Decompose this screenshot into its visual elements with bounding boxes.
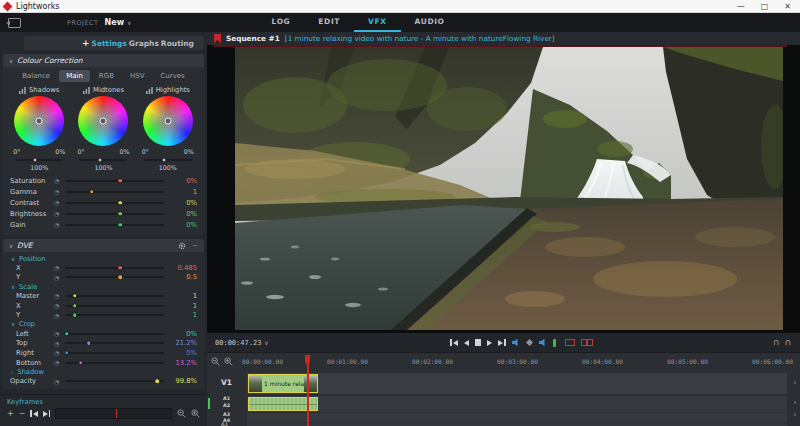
stop-button[interactable] (475, 339, 482, 346)
slider-knob[interactable] (86, 341, 92, 347)
wheel-angle[interactable]: 0° (13, 148, 20, 155)
keyframe-clock-icon[interactable]: ◔ (54, 264, 65, 271)
sequence-clip-title[interactable]: [1 minute relaxing video with nature - A… (285, 34, 555, 43)
shadows-luma-slider[interactable] (15, 159, 63, 161)
slider-knob[interactable] (89, 189, 95, 195)
cc-tab-hsv[interactable]: HSV (123, 70, 152, 82)
zoom-out-icon[interactable] (177, 409, 186, 418)
param-value[interactable]: 0.485 (170, 264, 197, 272)
tab-audio[interactable]: AUDIO (401, 13, 459, 32)
keyframe-clock-icon[interactable]: ◔ (54, 274, 65, 281)
slider-knob[interactable] (118, 275, 124, 281)
slider-knob[interactable] (97, 158, 102, 163)
scale-y-slider[interactable] (65, 314, 164, 316)
slider-knob[interactable] (118, 200, 124, 206)
wheel-strength[interactable]: 0% (119, 148, 129, 155)
headphones-icon[interactable]: ∩ (784, 338, 791, 347)
wheel-center-handle[interactable] (164, 118, 171, 125)
contrast-slider[interactable] (65, 202, 164, 204)
slider-knob[interactable] (118, 222, 124, 228)
settings-gear-icon[interactable] (178, 242, 186, 250)
param-value[interactable]: 0% (170, 221, 197, 229)
bookmark-icon[interactable] (214, 34, 221, 44)
go-to-start-button[interactable] (450, 339, 458, 346)
crop-left-slider[interactable] (65, 333, 164, 335)
crop-top-slider[interactable] (65, 342, 164, 344)
crop-right-slider[interactable] (65, 352, 164, 354)
wheel-center-handle[interactable] (36, 118, 43, 125)
prev-keyframe-button[interactable] (30, 410, 38, 417)
tab-edit[interactable]: EDIT (304, 13, 354, 32)
scale-group-header[interactable]: ∨ Scale (10, 282, 197, 291)
keyframe-clock-icon[interactable]: ◔ (54, 302, 65, 309)
param-value[interactable]: 99.8% (170, 377, 197, 385)
param-value[interactable]: 0% (170, 349, 197, 357)
timeline-zoom-in-icon[interactable] (224, 357, 233, 366)
shadow-group-header[interactable]: › Shadow (10, 367, 197, 376)
keyframe-clock-icon[interactable]: ◔ (54, 177, 65, 184)
param-value[interactable]: 0% (170, 210, 197, 218)
mark-section-icon[interactable] (565, 339, 575, 346)
tab-graphs[interactable]: Graphs (129, 39, 159, 48)
step-back-button[interactable] (464, 340, 469, 346)
add-effect-button[interactable]: + (82, 38, 90, 48)
track-header-a1[interactable]: A1 (223, 396, 230, 401)
wheel-luma-value[interactable]: 100% (159, 164, 177, 171)
wheel-luma-value[interactable]: 100% (30, 164, 48, 171)
param-value[interactable]: 1 (170, 311, 197, 319)
track-header-a3[interactable]: A3 (223, 412, 230, 417)
midtones-luma-slider[interactable] (79, 159, 127, 161)
tab-vfx[interactable]: VFX (354, 13, 401, 32)
remove-keyframe-button[interactable]: − (19, 410, 26, 418)
cc-tab-rgb[interactable]: RGB (92, 70, 121, 82)
viewer-timecode[interactable]: 00:00:47.23 (215, 339, 261, 347)
dve-header[interactable]: ∨ DVE − (3, 239, 204, 252)
remove-effect-icon[interactable]: − (192, 242, 198, 250)
slider-knob[interactable] (72, 303, 78, 309)
audio-monitor-icon[interactable] (512, 339, 520, 347)
playhead-handle[interactable] (305, 355, 310, 366)
wheel-angle[interactable]: 0° (77, 148, 84, 155)
slider-knob[interactable] (64, 331, 70, 337)
crop-group-header[interactable]: ∨ Crop (10, 320, 197, 329)
slider-knob[interactable] (78, 360, 84, 366)
audio-scrub-icon[interactable] (539, 339, 547, 347)
saturation-slider[interactable] (65, 180, 164, 182)
scale-master-slider[interactable] (65, 295, 164, 297)
remove-marks-icon[interactable] (581, 339, 593, 346)
slider-knob[interactable] (64, 350, 70, 356)
midtones-color-wheel[interactable] (78, 96, 128, 146)
keyframe-clock-icon[interactable]: ◔ (54, 221, 65, 228)
timeline-zoom-out-icon[interactable] (211, 357, 220, 366)
cc-tab-balance[interactable]: Balance (15, 70, 57, 82)
scale-x-slider[interactable] (65, 305, 164, 307)
next-keyframe-button[interactable] (43, 410, 51, 417)
keyframe-marker-icon[interactable] (525, 339, 532, 346)
param-value[interactable]: 13.2% (170, 359, 197, 367)
opacity-slider[interactable] (65, 380, 164, 382)
tab-routing[interactable]: Routing (161, 39, 194, 48)
slider-knob[interactable] (118, 178, 124, 184)
video-frame[interactable] (235, 47, 783, 330)
param-value[interactable]: 0.5 (170, 273, 197, 281)
close-icon[interactable]: ✕ (784, 0, 791, 13)
keyframe-cursor[interactable] (116, 409, 118, 418)
keyframe-timeline[interactable] (55, 408, 172, 419)
highlights-color-wheel[interactable] (143, 96, 193, 146)
slider-knob[interactable] (154, 378, 160, 384)
zoom-in-icon[interactable] (191, 409, 200, 418)
slider-knob[interactable] (118, 211, 124, 217)
keyframe-clock-icon[interactable]: ◔ (54, 312, 65, 319)
param-value[interactable]: 0% (170, 330, 197, 338)
wheel-center-handle[interactable] (100, 118, 107, 125)
minimize-icon[interactable]: — (737, 0, 745, 13)
param-value[interactable]: 1 (170, 302, 197, 310)
track-v1-lane[interactable] (247, 373, 787, 394)
track-a12-lane[interactable] (247, 396, 787, 412)
wheel-angle[interactable]: 0° (142, 148, 149, 155)
param-value[interactable]: 0% (170, 177, 197, 185)
param-value[interactable]: 21.2% (170, 339, 197, 347)
gain-slider[interactable] (65, 224, 164, 226)
maximize-icon[interactable]: □ (761, 0, 769, 13)
position-y-slider[interactable] (65, 276, 164, 278)
